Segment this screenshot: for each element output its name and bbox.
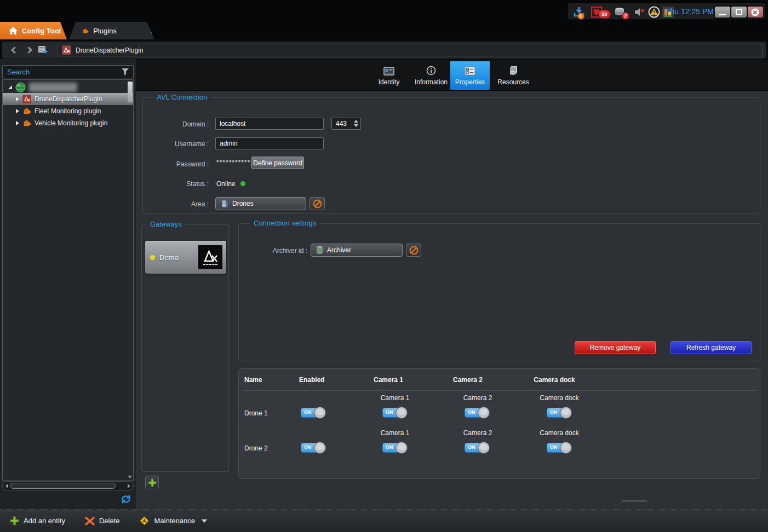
breadcrumb[interactable]: DroneDispatcherPlugin: [57, 44, 763, 56]
search-input[interactable]: [3, 68, 121, 76]
horizontal-scrollbar-thumb[interactable]: [10, 483, 116, 489]
gateway-tile-demo[interactable]: Demo: [145, 241, 226, 274]
health-warning-icon[interactable]: [648, 6, 660, 18]
health-count-badge: 20: [598, 10, 611, 19]
minimize-button[interactable]: [715, 7, 730, 18]
area-value: Drones: [232, 200, 254, 207]
vertical-scrollbar-thumb[interactable]: [128, 82, 133, 102]
tree-item-label: Vehicle Monitoring plugin: [35, 119, 107, 127]
define-password-button[interactable]: Define password: [251, 157, 304, 169]
camera-label: Camera 2: [456, 394, 500, 402]
home-icon: [9, 27, 18, 34]
area-building-icon: [221, 200, 228, 208]
back-icon[interactable]: [11, 47, 18, 54]
tab-plugins-label: Plugins: [93, 27, 117, 35]
no-entry-icon: [409, 246, 419, 255]
expand-closed-icon[interactable]: [16, 109, 19, 113]
toggle-knob: [560, 442, 572, 454]
expand-closed-icon[interactable]: [16, 121, 19, 125]
refresh-icon[interactable]: [120, 493, 132, 505]
window-controls: [714, 5, 764, 19]
maximize-button[interactable]: [731, 7, 747, 18]
delete-label: Delete: [99, 517, 120, 525]
port-spinner[interactable]: 443: [331, 118, 361, 130]
tab-properties[interactable]: Properties: [450, 61, 490, 90]
panel-title: Connection settings: [250, 219, 320, 227]
toggle-knob: [478, 407, 490, 419]
password-mask: ***********: [216, 159, 250, 166]
download-alert-badge: !: [577, 13, 584, 20]
username-label: Username :: [148, 140, 209, 148]
drone-table: Name Enabled Camera 1 Camera 2 Camera do…: [238, 368, 760, 479]
search-box: [2, 65, 134, 78]
expand-closed-icon[interactable]: [16, 97, 19, 101]
spin-down-icon[interactable]: [354, 124, 358, 127]
properties-page: AVL Connection Domain : 443 Username : P…: [136, 91, 768, 509]
splitter-grip[interactable]: [622, 500, 647, 502]
refresh-gateway-button[interactable]: Refresh gateway: [670, 341, 752, 354]
forward-icon[interactable]: [25, 47, 32, 54]
tab-information-label: Information: [415, 78, 448, 86]
scroll-down-arrow[interactable]: [128, 476, 132, 478]
tab-information[interactable]: Information: [408, 61, 454, 90]
add-entity-button[interactable]: Add an entity: [4, 513, 71, 529]
drone2-camera-dock-toggle[interactable]: ON: [547, 442, 572, 454]
username-input[interactable]: [215, 137, 324, 149]
add-gateway-button[interactable]: [145, 476, 159, 489]
drone2-camera1-toggle[interactable]: ON: [382, 442, 408, 454]
tab-identity[interactable]: Identity: [371, 61, 407, 90]
maximize-icon: [736, 9, 742, 15]
drone1-camera-dock-toggle[interactable]: ON: [547, 407, 572, 419]
maintenance-icon: [139, 516, 150, 526]
scroll-right-arrow[interactable]: [128, 484, 130, 488]
tree-item-vehicle-monitoring[interactable]: Vehicle Monitoring plugin: [3, 117, 133, 129]
area-dropdown[interactable]: Drones: [215, 197, 306, 210]
tab-config-tool-label: Config Tool: [22, 27, 61, 35]
close-button[interactable]: [748, 7, 763, 18]
toggle-state: ON: [386, 444, 393, 450]
maintenance-button[interactable]: Maintenance: [134, 513, 212, 529]
plugin-icon: [22, 107, 31, 115]
drone1-camera2-toggle[interactable]: ON: [465, 407, 490, 419]
tab-properties-label: Properties: [455, 78, 485, 86]
tab-plugins[interactable]: Plugins: [69, 22, 154, 39]
tab-config-tool[interactable]: Config Tool: [0, 22, 67, 39]
expand-open-icon[interactable]: [8, 85, 12, 89]
spinner-arrows[interactable]: [354, 120, 358, 127]
tree-item-label: DroneDispatcherPlugin: [35, 95, 102, 103]
tree-item-drone-dispatcher-plugin[interactable]: DroneDispatcherPlugin: [3, 93, 133, 105]
toggle-knob: [314, 442, 326, 454]
entity-tree: DroneDispatcherPlugin Fleet Monitoring p…: [2, 79, 134, 481]
horizontal-scrollbar[interactable]: [2, 481, 134, 490]
remove-gateway-button[interactable]: Remove gateway: [575, 341, 656, 354]
toggle-state: ON: [304, 409, 312, 415]
delete-button[interactable]: Delete: [79, 513, 125, 529]
archiver-value: Archiver: [327, 246, 351, 254]
muted-speaker-icon[interactable]: [634, 7, 645, 17]
col-header-camera2: Camera 2: [446, 376, 490, 384]
puzzle-icon: [82, 26, 89, 36]
drone2-camera2-toggle[interactable]: ON: [465, 442, 490, 454]
spin-up-icon[interactable]: [354, 120, 358, 123]
tab-close-icon[interactable]: [151, 28, 154, 33]
tree-root-item[interactable]: [3, 81, 133, 93]
drone2-enabled-toggle[interactable]: ON: [301, 442, 326, 454]
tree-item-fleet-monitoring[interactable]: Fleet Monitoring plugin: [3, 105, 133, 117]
information-icon: [426, 66, 436, 76]
identity-icon: [383, 67, 394, 76]
report-icon[interactable]: [37, 45, 48, 55]
scroll-left-arrow[interactable]: [5, 484, 8, 488]
plugin-icon: [22, 119, 31, 128]
archiver-dropdown[interactable]: Archiver: [311, 244, 403, 257]
drone1-camera1-toggle[interactable]: ON: [382, 407, 408, 419]
title-bar: ! 20 2: [0, 0, 768, 22]
drone1-enabled-toggle[interactable]: ON: [301, 407, 326, 419]
col-header-camera-dock: Camera dock: [524, 376, 584, 384]
col-header-enabled: Enabled: [299, 376, 325, 384]
area-clear-button[interactable]: [310, 197, 325, 210]
filter-icon[interactable]: [121, 68, 129, 76]
archiver-clear-button[interactable]: [406, 244, 421, 257]
header-separator: [243, 390, 756, 391]
domain-input[interactable]: [215, 118, 324, 130]
tab-resources[interactable]: Resources: [491, 61, 535, 90]
